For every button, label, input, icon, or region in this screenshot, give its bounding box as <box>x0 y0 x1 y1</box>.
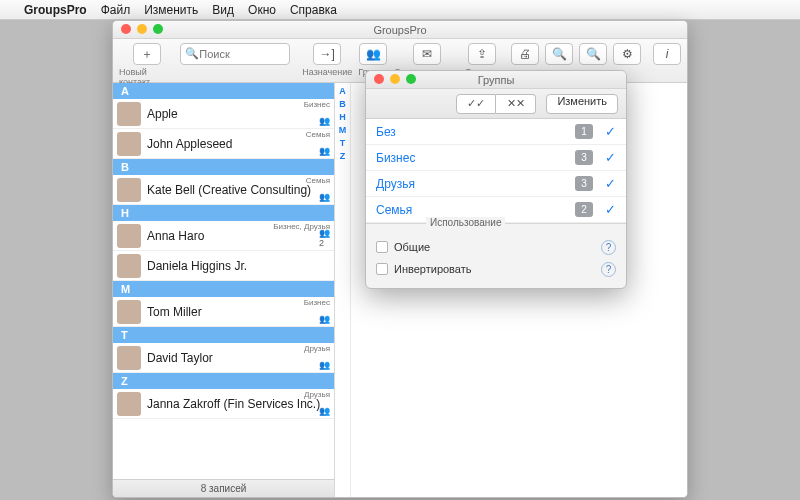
section-header: T <box>113 327 334 343</box>
group-row[interactable]: Без1✓ <box>366 119 626 145</box>
check-icon: ✓ <box>605 176 616 191</box>
minimize-icon[interactable] <box>137 24 147 34</box>
group-icon: 👥 <box>319 192 330 202</box>
edit-button[interactable]: Изменить <box>546 94 618 114</box>
index-letter[interactable]: T <box>340 138 346 148</box>
check-icon: ✓ <box>605 150 616 165</box>
export-icon: ⇪ <box>468 43 496 65</box>
select-none-button[interactable]: ✕✕ <box>496 94 536 114</box>
contact-row[interactable]: David TaylorДрузья👥 <box>113 343 334 373</box>
avatar <box>117 254 141 278</box>
section-header: A <box>113 83 334 99</box>
contact-row[interactable]: Tom MillerБизнес👥 <box>113 297 334 327</box>
mail-icon: ✉ <box>413 43 441 65</box>
group-row[interactable]: Бизнес3✓ <box>366 145 626 171</box>
app-menu[interactable]: GroupsPro <box>24 3 87 17</box>
select-all-button[interactable]: ✓✓ <box>456 94 496 114</box>
group-icon: 👥 <box>319 360 330 370</box>
group-row[interactable]: Друзья3✓ <box>366 171 626 197</box>
contact-row[interactable]: Anna HaroБизнес, Друзья👥2 <box>113 221 334 251</box>
count-badge: 2 <box>575 202 593 217</box>
print-icon: 🖨 <box>511 43 539 65</box>
avatar <box>117 392 141 416</box>
avatar <box>117 346 141 370</box>
count-badge: 1 <box>575 124 593 139</box>
panel-toolbar: ✓✓ ✕✕ Изменить <box>366 89 626 119</box>
avatar <box>117 300 141 324</box>
contact-list[interactable]: A AppleБизнес👥 John AppleseedСемья👥 B Ka… <box>113 83 334 479</box>
close-icon[interactable] <box>121 24 131 34</box>
zoom-icon[interactable] <box>153 24 163 34</box>
avatar <box>117 178 141 202</box>
common-checkbox-row[interactable]: Общие? <box>376 236 616 258</box>
help-icon[interactable]: ? <box>601 240 616 255</box>
menu-help[interactable]: Справка <box>290 3 337 17</box>
groups-panel: Группы ✓✓ ✕✕ Изменить Без1✓ Бизнес3✓ Дру… <box>365 70 627 289</box>
groups-icon: 👥 <box>359 43 387 65</box>
avatar <box>117 132 141 156</box>
panel-titlebar[interactable]: Группы <box>366 71 626 89</box>
usage-box: Использование Общие? Инвертировать? <box>366 223 626 288</box>
index-letter[interactable]: A <box>339 86 346 96</box>
avatar <box>117 102 141 126</box>
menu-view[interactable]: Вид <box>212 3 234 17</box>
usage-legend: Использование <box>426 217 505 228</box>
invert-checkbox-row[interactable]: Инвертировать? <box>376 258 616 280</box>
search-icon: 🔍 <box>185 47 199 60</box>
contact-row[interactable]: Daniela Higgins Jr. <box>113 251 334 281</box>
group-icon: 👥 <box>319 116 330 126</box>
contact-row[interactable]: AppleБизнес👥 <box>113 99 334 129</box>
panel-title: Группы <box>478 74 515 86</box>
alpha-index: A B H M T Z <box>335 83 351 497</box>
menu-window[interactable]: Окно <box>248 3 276 17</box>
contact-list-pane: A AppleБизнес👥 John AppleseedСемья👥 B Ka… <box>113 83 335 497</box>
index-letter[interactable]: Z <box>340 151 346 161</box>
new-contact-button[interactable]: ＋ Новый контакт <box>119 43 174 87</box>
info-button[interactable]: i <box>653 43 681 77</box>
close-icon[interactable] <box>374 74 384 84</box>
group-list: Без1✓ Бизнес3✓ Друзья3✓ Семья2✓ <box>366 119 626 223</box>
checkbox[interactable] <box>376 241 388 253</box>
panel-window-controls <box>374 74 416 84</box>
count-badge: 3 <box>575 176 593 191</box>
section-header: B <box>113 159 334 175</box>
checkbox[interactable] <box>376 263 388 275</box>
count-badge: 3 <box>575 150 593 165</box>
zoom-in-icon: 🔍 <box>579 43 607 65</box>
help-icon[interactable]: ? <box>601 262 616 277</box>
group-icon: 👥 <box>319 314 330 324</box>
avatar <box>117 224 141 248</box>
check-icon: ✓ <box>605 124 616 139</box>
menu-file[interactable]: Файл <box>101 3 131 17</box>
contact-row[interactable]: Janna Zakroff (Fin Services Inc.)Друзья👥 <box>113 389 334 419</box>
section-header: Z <box>113 373 334 389</box>
check-icon: ✓ <box>605 202 616 217</box>
zoom-icon[interactable] <box>406 74 416 84</box>
group-icon: 👥2 <box>319 228 330 248</box>
gear-icon: ⚙ <box>613 43 641 65</box>
index-letter[interactable]: H <box>339 112 346 122</box>
search-field[interactable]: 🔍 <box>180 43 290 77</box>
group-icon: 👥 <box>319 146 330 156</box>
index-letter[interactable]: M <box>339 125 347 135</box>
plus-icon: ＋ <box>133 43 161 65</box>
zoom-out-icon: 🔍 <box>545 43 573 65</box>
index-letter[interactable]: B <box>339 99 346 109</box>
window-title: GroupsPro <box>373 24 426 36</box>
assign-icon: →] <box>313 43 341 65</box>
select-segmented: ✓✓ ✕✕ <box>456 94 536 114</box>
window-controls <box>121 24 163 34</box>
status-bar: 8 записей <box>113 479 334 497</box>
info-icon: i <box>653 43 681 65</box>
system-menubar: GroupsPro Файл Изменить Вид Окно Справка <box>0 0 800 20</box>
minimize-icon[interactable] <box>390 74 400 84</box>
contact-row[interactable]: Kate Bell (Creative Consulting)Семья👥 <box>113 175 334 205</box>
menu-edit[interactable]: Изменить <box>144 3 198 17</box>
section-header: M <box>113 281 334 297</box>
titlebar[interactable]: GroupsPro <box>113 21 687 39</box>
contact-row[interactable]: John AppleseedСемья👥 <box>113 129 334 159</box>
assign-button[interactable]: →] Назначение <box>302 43 352 77</box>
group-icon: 👥 <box>319 406 330 416</box>
section-header: H <box>113 205 334 221</box>
